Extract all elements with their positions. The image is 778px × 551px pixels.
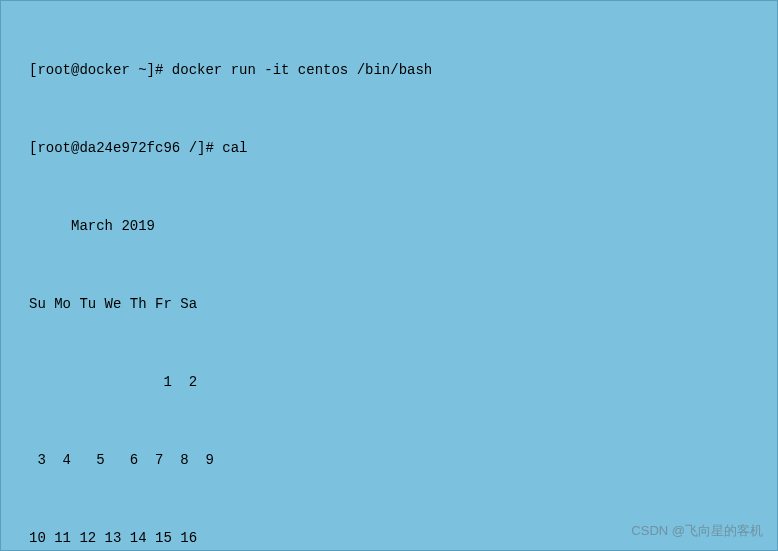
terminal-line: Su Mo Tu We Th Fr Sa [1,291,777,317]
terminal-line: 10 11 12 13 14 15 16 [1,525,777,551]
terminal-line: [root@da24e972fc96 /]# cal [1,135,777,161]
terminal-line: [root@docker ~]# docker run -it centos /… [1,57,777,83]
terminal-line: March 2019 [1,213,777,239]
terminal-output: [root@docker ~]# docker run -it centos /… [1,1,777,551]
terminal-line: 3 4 5 6 7 8 9 [1,447,777,473]
terminal-line: 1 2 [1,369,777,395]
